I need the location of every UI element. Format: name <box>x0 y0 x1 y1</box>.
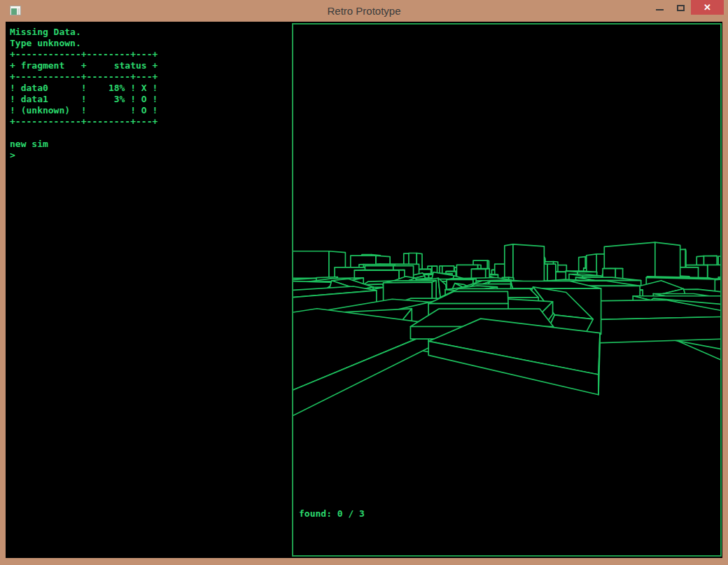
window-titlebar[interactable]: Retro Prototype ✕ <box>0 0 728 22</box>
maximize-icon <box>677 5 685 11</box>
app-window: Retro Prototype ✕ Missing Data. Type unk… <box>0 0 728 565</box>
status-bar: found: 0 / 3 <box>293 505 720 554</box>
close-button[interactable]: ✕ <box>691 0 724 15</box>
maximize-button[interactable] <box>670 0 691 15</box>
city-viewport[interactable] <box>293 25 720 505</box>
city-viewport-frame <box>293 25 720 505</box>
terminal-output: Missing Data. Type unknown. +-----------… <box>10 27 158 127</box>
found-status: found: 0 / 3 <box>299 508 365 519</box>
simulation-panel: found: 0 / 3 <box>292 23 722 557</box>
client-area: Missing Data. Type unknown. +-----------… <box>6 22 722 558</box>
close-icon: ✕ <box>704 2 711 13</box>
minimize-button[interactable] <box>649 0 670 15</box>
window-title: Retro Prototype <box>0 0 728 22</box>
minimize-icon <box>656 9 664 11</box>
command-prompt[interactable]: > <box>10 150 15 161</box>
terminal-history-line: new sim <box>10 139 48 150</box>
